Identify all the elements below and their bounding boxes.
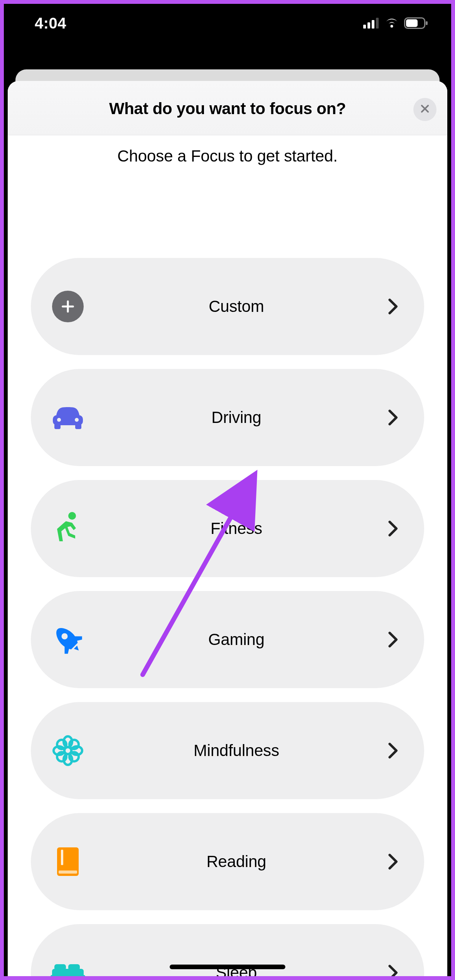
chevron-right-icon [386,298,401,315]
cellular-icon [363,18,379,29]
svg-rect-32 [68,964,80,970]
svg-rect-31 [54,964,66,970]
chevron-right-icon [386,631,401,648]
chevron-right-icon [386,742,401,759]
device-frame: 4:04 What do you want to focus on? Choos… [4,4,451,976]
sheet-subtitle: Choose a Focus to get started. [8,135,447,165]
runner-icon [49,509,87,548]
focus-option-fitness[interactable]: Fitness [31,480,424,577]
battery-icon [404,17,428,29]
close-icon [420,103,430,116]
flower-icon [49,731,87,770]
svg-rect-9 [75,424,81,429]
chevron-right-icon [386,409,401,426]
wifi-icon [384,17,399,29]
chevron-right-icon [386,520,401,537]
focus-option-label: Custom [87,297,386,316]
sheet-header: What do you want to focus on? [8,81,447,135]
svg-rect-28 [51,975,85,976]
sheet-title: What do you want to focus on? [15,99,440,118]
svg-rect-3 [376,18,379,29]
svg-point-11 [75,418,79,422]
home-indicator[interactable] [170,965,285,969]
svg-rect-0 [363,25,366,29]
focus-option-reading[interactable]: Reading [31,813,424,910]
svg-rect-6 [426,21,428,25]
book-icon [49,842,87,881]
focus-option-custom[interactable]: Custom [31,258,424,355]
focus-option-mindfulness[interactable]: Mindfulness [31,702,424,799]
svg-rect-25 [59,871,77,874]
focus-option-label: Reading [87,852,386,871]
focus-option-label: Fitness [87,519,386,538]
car-icon [49,398,87,437]
focus-picker-sheet: What do you want to focus on? Choose a F… [8,81,447,976]
svg-rect-8 [54,424,61,429]
focus-option-label: Mindfulness [87,741,386,760]
bed-icon [49,953,87,976]
focus-option-gaming[interactable]: Gaming [31,591,424,688]
svg-point-12 [68,512,76,520]
svg-point-10 [57,418,61,422]
status-bar: 4:04 [4,4,451,42]
status-indicators [363,17,428,29]
chevron-right-icon [386,964,401,976]
focus-options-list: Custom Driving Fitness [8,165,447,976]
chevron-right-icon [386,853,401,870]
svg-rect-1 [367,22,370,29]
close-button[interactable] [413,98,436,121]
svg-rect-2 [372,20,374,29]
rocket-icon [49,620,87,659]
focus-option-label: Driving [87,408,386,427]
focus-option-driving[interactable]: Driving [31,369,424,466]
plus-circle-icon [49,287,87,326]
status-time: 4:04 [35,15,66,32]
focus-option-label: Gaming [87,630,386,649]
svg-rect-5 [406,19,418,27]
svg-rect-26 [61,850,63,865]
svg-rect-23 [57,847,79,874]
